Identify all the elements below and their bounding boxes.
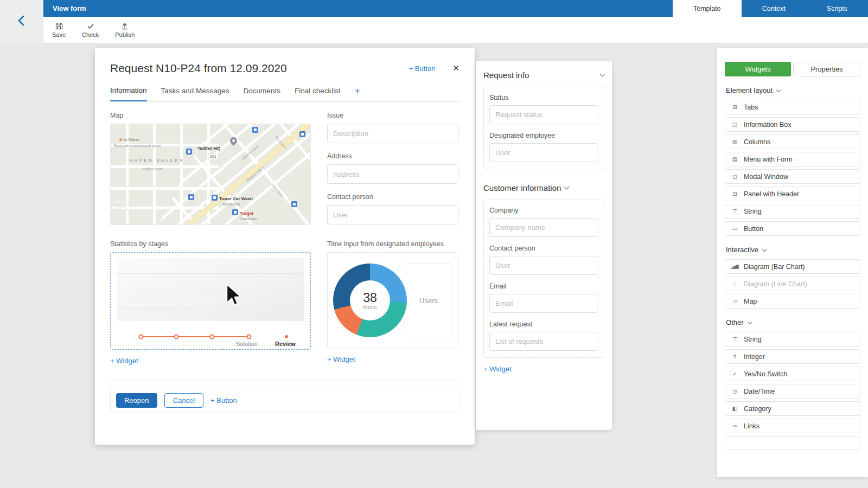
columns-icon: ▥ <box>730 139 739 145</box>
save-button[interactable]: Save <box>52 22 66 38</box>
switch-icon: ✓ <box>730 371 739 377</box>
widget-item-label: Category <box>744 405 771 413</box>
tab-context[interactable]: Context <box>742 0 806 17</box>
section-other[interactable]: Other <box>726 318 859 326</box>
x-axis-label-solution: Solution <box>236 341 258 347</box>
widget-item-label: Menu with Form <box>744 156 793 163</box>
tab-tasks-and-messages[interactable]: Tasks and Messages <box>161 87 229 101</box>
line-chart-point <box>247 335 252 339</box>
add-widget-link[interactable]: + Widget <box>483 365 512 373</box>
mouse-cursor-icon <box>226 283 242 310</box>
add-widget-link[interactable]: + Widget <box>327 355 355 363</box>
form-row-1: Map <box>110 112 459 225</box>
contact-person-input[interactable] <box>489 256 598 275</box>
widget-item-empty-slot[interactable] <box>725 436 860 450</box>
tab-information[interactable]: Information <box>110 86 147 101</box>
widget-item-tabs[interactable]: ⊞Tabs <box>725 100 860 114</box>
widget-item-menu-with-form[interactable]: ▤Menu with Form <box>725 152 860 166</box>
widget-item-diagram-bar-chart[interactable]: ▂▅▇Diagram (Bar Chart) <box>725 259 860 274</box>
map-district-label: HAYES VALLEY <box>129 158 184 163</box>
map-label: Map <box>110 112 311 119</box>
back-chevron-icon <box>15 14 29 30</box>
company-name-input[interactable] <box>489 218 598 237</box>
chevron-down-icon <box>564 184 570 190</box>
publish-button[interactable]: Publish <box>115 22 135 38</box>
designated-employee-label: Designated employee <box>489 132 598 139</box>
request-status-input[interactable] <box>489 105 598 124</box>
save-label: Save <box>52 31 66 38</box>
tab-template[interactable]: Template <box>673 0 742 17</box>
users-placeholder-box[interactable]: Users <box>405 264 452 337</box>
close-icon[interactable]: ✕ <box>452 63 459 73</box>
chevron-down-icon <box>600 72 605 77</box>
widget-item-string[interactable]: ⊤String <box>725 204 860 219</box>
widget-item-label: Tabs <box>744 104 758 111</box>
widget-item-date-time[interactable]: ◷Date/Time <box>725 384 860 399</box>
section-element-layout[interactable]: Element layout <box>726 86 859 94</box>
information-box-icon: ◳ <box>730 121 739 127</box>
widget-item-button[interactable]: ▭Button <box>725 221 860 236</box>
section-interactive[interactable]: Interactive <box>726 246 859 254</box>
add-widget-link[interactable]: + Widget <box>110 357 138 365</box>
reopen-button[interactable]: Reopen <box>116 393 157 408</box>
check-icon <box>86 22 95 30</box>
widget-item-diagram-line-chart[interactable]: ∿Diagram (Line Chart) <box>725 277 860 291</box>
tabs-icon: ⊞ <box>730 104 739 110</box>
modal-window-icon: ◻ <box>730 174 739 179</box>
designated-employee-input[interactable] <box>489 143 598 162</box>
add-button-link-top[interactable]: + Button <box>409 65 436 73</box>
widget-item-information-box[interactable]: ◳Information Box <box>725 117 860 132</box>
list-of-requests-input[interactable] <box>489 332 598 351</box>
address-input[interactable] <box>327 164 458 184</box>
line-chart-endpoint <box>285 335 288 338</box>
cancel-button[interactable]: Cancel <box>164 393 203 408</box>
widget-item-yes-no-switch[interactable]: ✓Yes/No Switch <box>725 367 860 381</box>
tab-widgets[interactable]: Widgets <box>725 62 791 76</box>
modal-title: Request N10-P24 from 12.09.2020 <box>110 62 287 75</box>
datetime-icon: ◷ <box>730 388 739 394</box>
publish-label: Publish <box>115 31 135 38</box>
tab-scripts[interactable]: Scripts <box>806 0 868 17</box>
widget-item-string-other[interactable]: ⊤String <box>725 332 860 346</box>
map-pin-icon <box>186 149 192 155</box>
widget-item-label: Links <box>744 422 760 430</box>
page-title: View form <box>43 0 86 17</box>
back-button[interactable] <box>0 0 43 43</box>
check-button[interactable]: Check <box>82 22 99 38</box>
donut-chart-widget[interactable]: 38 hours Users <box>327 252 458 348</box>
widget-item-modal-window[interactable]: ◻Modal Window <box>725 169 860 184</box>
tab-properties[interactable]: Properties <box>793 62 860 76</box>
widget-item-columns[interactable]: ▥Columns <box>725 134 860 149</box>
restaurant-dot-icon <box>119 138 122 141</box>
links-icon: ∞ <box>730 423 739 429</box>
x-axis-label-review: Review <box>275 341 296 347</box>
line-chart-widget[interactable]: Solution Review <box>110 252 311 350</box>
widget-item-panel-with-header[interactable]: ⊟Panel with Header <box>725 187 860 201</box>
widget-item-label: String <box>744 208 762 215</box>
string-icon: ⊤ <box>730 336 739 342</box>
request-info-header[interactable]: Request info <box>483 70 604 80</box>
widget-item-label: Map <box>744 298 757 305</box>
modal-header: Request N10-P24 from 12.09.2020 + Button… <box>110 62 459 75</box>
email-input[interactable] <box>489 294 598 313</box>
line-chart-point <box>139 335 144 339</box>
request-info-panel: Request info Status Designated employee … <box>476 61 612 430</box>
widget-item-map[interactable]: ▱Map <box>725 294 860 309</box>
customer-information-header[interactable]: Customer information <box>483 183 604 192</box>
section-title: Request info <box>483 70 529 80</box>
description-input[interactable] <box>327 124 458 143</box>
tab-final-checklist[interactable]: Final checklist <box>295 87 341 101</box>
contact-person-input[interactable] <box>327 205 458 224</box>
tab-documents[interactable]: Documents <box>244 87 280 101</box>
widget-item-label: Panel with Header <box>744 190 799 198</box>
widget-item-label: Diagram (Bar Chart) <box>744 263 805 271</box>
top-bar: View form Template Context Scripts <box>43 0 868 17</box>
add-tab-button[interactable]: + <box>355 86 360 101</box>
add-button-link-footer[interactable]: + Button <box>210 396 237 404</box>
form-tabs: Information Tasks and Messages Documents… <box>110 86 459 102</box>
widget-item-category[interactable]: ◧Category <box>725 401 860 416</box>
company-label: Company <box>489 207 598 214</box>
map-widget[interactable]: 101 la Mano Ресторан итальянской кухни T… <box>110 124 311 225</box>
widget-item-links[interactable]: ∞Links <box>725 419 860 433</box>
widget-item-integer[interactable]: #Integer <box>725 349 860 364</box>
